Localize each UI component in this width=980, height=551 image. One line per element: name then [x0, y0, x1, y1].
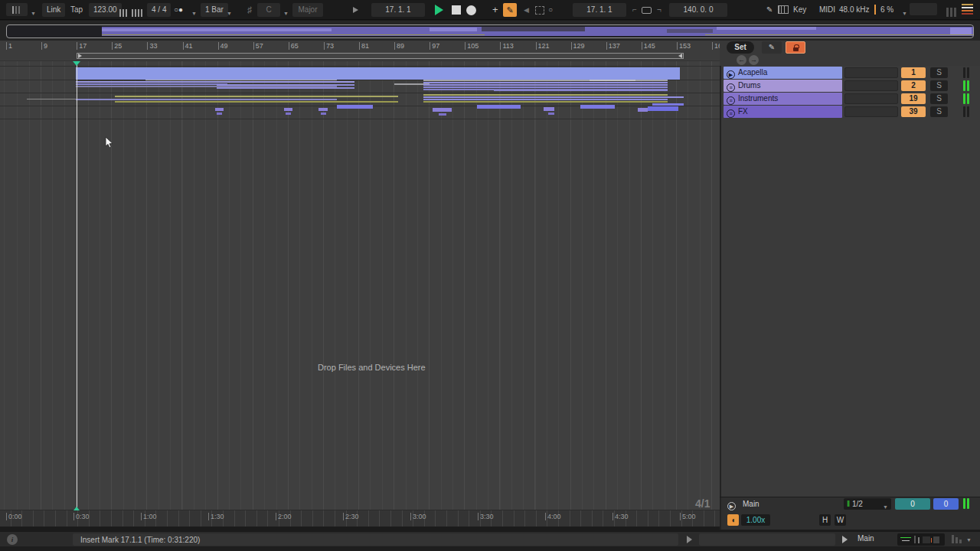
meter-bars-icon[interactable] — [952, 535, 962, 543]
track-routing-box[interactable] — [844, 67, 898, 78]
arrangement-clip[interactable] — [337, 105, 373, 109]
punch-in-icon[interactable]: ⌐ — [632, 3, 637, 17]
punch-circle-icon[interactable]: ○ — [548, 3, 553, 17]
set-locator-button[interactable]: Set — [727, 41, 754, 54]
main-routing-menu[interactable]: ‖ 1/2 ▼ — [844, 498, 891, 510]
tempo-field[interactable]: 123.00 — [89, 3, 122, 17]
cpu-load-display[interactable]: 6 % — [880, 3, 893, 17]
main-track-name[interactable]: Main — [743, 498, 760, 510]
punch-out-icon[interactable]: ¬ — [657, 3, 662, 17]
metronome-chevron-icon[interactable]: ▼ — [191, 7, 197, 21]
arrangement-clip[interactable] — [321, 112, 326, 115]
arrangement-clip[interactable] — [423, 94, 668, 96]
arrangement-clip[interactable] — [433, 108, 452, 112]
automation-mode-icon[interactable]: + — [492, 3, 498, 17]
computer-midi-keyboard-icon[interactable] — [778, 5, 789, 14]
arrangement-clip[interactable] — [76, 83, 227, 85]
arrangement-clip[interactable] — [76, 81, 227, 83]
meter-chevron-icon[interactable]: ▼ — [966, 537, 972, 543]
arrangement-clip[interactable] — [590, 80, 635, 81]
group-unfold-icon[interactable]: ≡ — [727, 83, 735, 92]
arrangement-clip[interactable] — [217, 112, 222, 115]
arrangement-clip[interactable] — [423, 101, 668, 103]
track-solo-button[interactable]: S — [930, 80, 948, 91]
loop-region[interactable] — [77, 53, 684, 59]
arrangement-clip[interactable] — [423, 82, 668, 83]
prev-locator-button[interactable]: ← — [737, 55, 746, 65]
scale-root-chevron-icon[interactable]: ▼ — [283, 7, 289, 21]
cpu-chevron-icon[interactable]: ▼ — [902, 7, 907, 21]
notifications-menu-icon[interactable] — [962, 4, 973, 18]
track-play-icon[interactable]: ▶ — [727, 70, 735, 79]
metronome-button[interactable]: ○● — [174, 3, 183, 17]
arrangement-grid[interactable]: Drop Files and Devices Here 4/1 — [0, 61, 720, 510]
track-solo-button[interactable]: S — [930, 67, 948, 78]
height-button[interactable]: H — [819, 514, 831, 526]
time-signature-field[interactable]: 4 / 4 — [147, 3, 171, 17]
beat-time-ruler[interactable]: 1917253341495765738189971051131211291371… — [0, 41, 720, 61]
loop-length-display[interactable]: 140. 0. 0 — [669, 3, 727, 17]
arrangement-clip[interactable] — [76, 99, 337, 100]
track-name[interactable]: ≡Drums — [724, 80, 842, 92]
key-map-button[interactable]: Key — [793, 3, 806, 17]
quantize-menu[interactable]: 1 Bar — [201, 3, 228, 17]
track-solo-button[interactable]: S — [930, 93, 948, 104]
record-button[interactable] — [466, 5, 476, 15]
arrangement-clip[interactable] — [638, 108, 648, 112]
info-view-icon[interactable]: i — [7, 534, 18, 545]
arrangement-clip[interactable] — [423, 96, 668, 98]
scale-name-field[interactable]: Major — [292, 3, 323, 17]
arrangement-clip[interactable] — [284, 108, 292, 111]
arrangement-clip[interactable] — [76, 67, 680, 80]
track-number-badge[interactable]: 1 — [901, 67, 926, 78]
arrangement-clip[interactable] — [648, 106, 678, 111]
arrangement-clip[interactable] — [439, 113, 446, 116]
pencil-automation-icon[interactable]: ✎ — [762, 41, 782, 54]
time-ruler[interactable]: 0:000:301:001:302:002:303:003:304:004:30… — [0, 510, 720, 527]
group-unfold-icon[interactable]: ≡ — [727, 96, 735, 105]
arrangement-overview[interactable] — [6, 24, 974, 38]
track-header[interactable]: ≡Drums2S — [724, 80, 979, 92]
playback-speed-field[interactable]: 1.00x — [741, 514, 770, 526]
back-to-arrangement-icon[interactable]: ◀ — [524, 3, 529, 17]
main-pan-field[interactable]: 0 — [895, 498, 930, 510]
track-number-badge[interactable]: 2 — [901, 80, 926, 91]
arrangement-clip[interactable] — [145, 80, 337, 80]
control-surface-chevron-icon[interactable]: ▼ — [31, 7, 36, 21]
stop-button[interactable] — [452, 5, 461, 15]
mpe-selection-icon[interactable] — [535, 6, 544, 15]
track-solo-button[interactable]: S — [930, 106, 948, 117]
track-number-badge[interactable]: 19 — [901, 93, 926, 104]
group-unfold-icon[interactable]: ≡ — [727, 109, 735, 118]
cue-speaker-icon[interactable]: ◖ — [727, 514, 739, 526]
scale-icon[interactable]: ♯ — [247, 3, 252, 17]
track-header[interactable]: ≡Instruments19S — [724, 93, 979, 105]
quantize-chevron-icon[interactable]: ▼ — [227, 7, 232, 21]
track-routing-box[interactable] — [844, 93, 898, 104]
nudge-up-icon[interactable] — [132, 6, 144, 20]
arrangement-position-display[interactable]: 17. 1. 1 — [371, 3, 425, 17]
arrangement-clip[interactable] — [423, 86, 668, 88]
midi-map-button[interactable]: MIDI — [819, 3, 835, 17]
nudge-down-icon[interactable] — [119, 6, 129, 20]
track-routing-box[interactable] — [844, 106, 898, 117]
control-surface-icon[interactable] — [6, 3, 28, 16]
width-button[interactable]: W — [835, 514, 846, 526]
track-name[interactable]: ▶Acapella — [724, 67, 842, 79]
arrangement-clip[interactable] — [652, 103, 684, 106]
track-routing-box[interactable] — [844, 80, 898, 91]
main-volume-field[interactable]: 0 — [933, 498, 959, 510]
arrangement-clip[interactable] — [217, 87, 354, 89]
arrangement-clip[interactable] — [580, 105, 615, 109]
arrangement-clip[interactable] — [668, 96, 684, 98]
status-play-icon[interactable] — [687, 536, 692, 543]
track-number-badge[interactable]: 39 — [901, 106, 926, 117]
follow-icon[interactable] — [353, 7, 358, 13]
play-button[interactable] — [435, 5, 443, 15]
arrangement-clip[interactable] — [27, 99, 76, 99]
arrangement-clip[interactable] — [548, 112, 554, 115]
tap-button[interactable]: Tap — [70, 3, 83, 17]
track-header[interactable]: ≡FX39S — [724, 106, 979, 118]
arrangement-clip[interactable] — [217, 84, 354, 86]
track-name[interactable]: ≡Instruments — [724, 93, 842, 105]
